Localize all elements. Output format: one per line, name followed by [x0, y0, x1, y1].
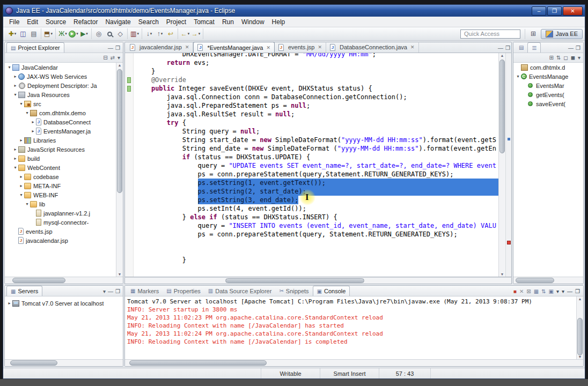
forward-button[interactable]: →▾: [191, 29, 201, 39]
outline-item[interactable]: EventsMar: [513, 81, 583, 90]
minimize-button[interactable]: —: [568, 45, 574, 51]
scroll-lock-icon[interactable]: ⇅: [541, 288, 546, 294]
tree-arrow-icon[interactable]: ▾: [18, 101, 24, 106]
tree-arrow-icon[interactable]: ▸: [30, 120, 36, 124]
maximize-button[interactable]: ❐: [547, 6, 562, 16]
title-bar[interactable]: Java EE - JavaCalendar/src/com/dhtmlx/de…: [3, 5, 585, 17]
explorer-horizontal-scrollbar[interactable]: [5, 277, 123, 284]
tree-item[interactable]: ▸JavaScript Resources: [5, 145, 123, 154]
hide-fields-icon[interactable]: ◻: [563, 55, 568, 61]
error-marker[interactable]: [507, 241, 511, 244]
code-line[interactable]: ps.setInt(4, event.getId());: [136, 204, 498, 213]
close-button[interactable]: ✕: [563, 6, 583, 16]
editor-tab[interactable]: Jevents.jsp✕: [275, 42, 326, 53]
collapse-all-icon[interactable]: ⊟: [103, 55, 107, 61]
tree-item[interactable]: ▾JavaCalendar: [5, 63, 123, 72]
tree-arrow-icon[interactable]: ▸: [18, 174, 24, 179]
previous-annotation-button[interactable]: ↑▾: [155, 29, 165, 39]
explorer-vertical-scrollbar[interactable]: ▲ ▼: [116, 63, 123, 277]
code-line[interactable]: }: [136, 67, 498, 76]
code-line[interactable]: String start_date = new SimpleDateFormat…: [136, 136, 498, 144]
code-line[interactable]: [136, 247, 498, 256]
tree-item[interactable]: ▸Deployment Descriptor: Ja: [5, 81, 123, 90]
tree-item[interactable]: Jevents.jsp: [5, 227, 123, 236]
new-servlet-button[interactable]: ◎: [94, 29, 104, 39]
code-line[interactable]: java.sql.Connection conn = DatabaseConne…: [136, 93, 498, 101]
editor-tab[interactable]: JDatabaseConnection.java✕: [326, 42, 419, 53]
code-line[interactable]: String query = null;: [136, 127, 498, 136]
tree-arrow-icon[interactable]: ▸: [6, 301, 12, 306]
code-line[interactable]: } else if (status == DHXStatus.INSERT) {: [136, 213, 498, 221]
save-button[interactable]: ◫: [18, 29, 28, 39]
dropdown-arrow-icon[interactable]: ▾: [199, 32, 201, 36]
dropdown-arrow-icon[interactable]: ▾: [86, 32, 88, 36]
run-button[interactable]: ▶▾: [69, 29, 78, 39]
next-annotation-button[interactable]: ↓▾: [144, 29, 154, 39]
editor-gutter[interactable]: [125, 53, 134, 277]
tree-arrow-icon[interactable]: ▸: [12, 147, 18, 152]
console-horizontal-scrollbar[interactable]: [125, 359, 583, 366]
console-vertical-scrollbar[interactable]: ▲ ▼: [576, 296, 583, 359]
tree-arrow-icon[interactable]: ▸: [30, 129, 36, 133]
menu-refactor[interactable]: Refactor: [70, 17, 101, 27]
dropdown-arrow-icon[interactable]: ▾: [150, 32, 152, 36]
outline-horizontal-scrollbar[interactable]: [513, 277, 583, 284]
view-menu-icon[interactable]: ▾: [578, 55, 580, 61]
close-icon[interactable]: ✕: [266, 45, 270, 50]
maximize-button[interactable]: ❐: [115, 288, 120, 294]
menu-navigate[interactable]: Navigate: [101, 17, 134, 27]
menu-tomcat[interactable]: Tomcat: [190, 17, 218, 27]
tree-arrow-icon[interactable]: ▾: [24, 110, 30, 115]
sort-icon[interactable]: ⇅: [556, 55, 561, 61]
quick-access-input[interactable]: Quick Access: [460, 29, 520, 39]
tree-arrow-icon[interactable]: ▾: [12, 165, 18, 170]
remove-launch-icon[interactable]: ✕: [519, 288, 524, 294]
scroll-up-icon[interactable]: ▲: [499, 54, 505, 57]
maximize-button[interactable]: ❐: [576, 45, 580, 51]
tree-arrow-icon[interactable]: ▾: [6, 65, 12, 70]
tab-servers[interactable]: ▦ Servers: [6, 286, 42, 296]
code-line[interactable]: ps = conn.prepareStatement(query, Statem…: [136, 230, 498, 239]
tree-arrow-icon[interactable]: ▾: [24, 202, 30, 206]
code-line[interactable]: [136, 264, 498, 273]
tree-item[interactable]: mysql-connector-: [5, 218, 123, 227]
tree-item[interactable]: ▸codebase: [5, 172, 123, 181]
view-menu-icon[interactable]: ▾: [103, 288, 106, 294]
code-line[interactable]: return evs;: [136, 58, 498, 67]
dropdown-arrow-icon[interactable]: ▾: [188, 32, 190, 36]
insert-mode-indicator[interactable]: Smart Insert: [320, 368, 379, 378]
debug-button[interactable]: Ж▾: [58, 29, 68, 39]
close-icon[interactable]: ✕: [318, 44, 322, 50]
tree-arrow-icon[interactable]: ▸: [18, 138, 24, 143]
menu-file[interactable]: File: [5, 17, 23, 27]
back-button[interactable]: ←▾: [180, 29, 190, 39]
tab-properties[interactable]: ▤Properties: [163, 286, 204, 296]
display-console-icon[interactable]: ▾: [556, 288, 559, 294]
code-line[interactable]: java.sql.ResultSet result = null;: [136, 110, 498, 118]
expand-all-icon[interactable]: ⊞: [549, 55, 554, 61]
editor-horizontal-scrollbar[interactable]: [124, 277, 512, 284]
tab-console[interactable]: ▣Console: [313, 286, 350, 296]
code-line[interactable]: java.sql.PreparedStatement ps = null;: [136, 101, 498, 110]
maximize-icon[interactable]: ❐: [575, 288, 580, 294]
scroll-down-icon[interactable]: ▼: [116, 272, 123, 276]
scroll-down-icon[interactable]: ▼: [577, 355, 583, 359]
open-type-button[interactable]: ◇: [115, 29, 125, 39]
dropdown-arrow-icon[interactable]: ▾: [137, 32, 139, 36]
menu-source[interactable]: Source: [42, 17, 70, 27]
code-line[interactable]: [136, 239, 498, 247]
dropdown-arrow-icon[interactable]: ▾: [65, 32, 67, 36]
tab-project-explorer[interactable]: ▤ Project Explorer: [6, 42, 64, 53]
tree-item[interactable]: ▾WEB-INF: [5, 190, 123, 199]
view-menu-icon[interactable]: ▾: [117, 55, 120, 61]
tab-snippets[interactable]: ✂Snippets: [275, 286, 312, 296]
close-icon[interactable]: ✕: [410, 44, 415, 50]
code-line[interactable]: ps = conn.prepareStatement(query,Stateme…: [136, 170, 498, 179]
code-line[interactable]: try {: [136, 118, 498, 127]
outline-item[interactable]: ▾CEventsManage: [513, 72, 583, 81]
code-line[interactable]: String end_date = new SimpleDateFormat (…: [136, 144, 498, 153]
coverage-button[interactable]: ▥▾: [130, 29, 139, 39]
menu-help[interactable]: Help: [268, 17, 289, 27]
outline-item[interactable]: com.dhtmlx.d: [513, 63, 583, 72]
print-button[interactable]: ▤: [29, 29, 39, 39]
